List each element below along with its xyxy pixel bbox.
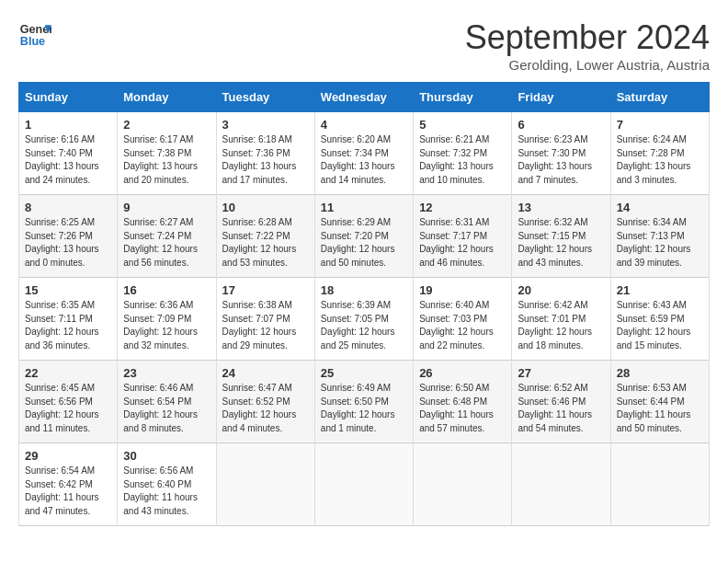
calendar-week-4: 22Sunrise: 6:45 AMSunset: 6:56 PMDayligh… bbox=[19, 361, 710, 443]
day-number: 23 bbox=[123, 366, 210, 380]
day-header-saturday: Saturday bbox=[610, 83, 709, 112]
day-number: 16 bbox=[123, 283, 210, 297]
cell-info: Sunrise: 6:23 AMSunset: 7:30 PMDaylight:… bbox=[518, 133, 604, 187]
day-number: 28 bbox=[617, 366, 703, 380]
day-number: 27 bbox=[518, 366, 604, 380]
cell-info: Sunrise: 6:53 AMSunset: 6:44 PMDaylight:… bbox=[617, 382, 703, 435]
day-number: 29 bbox=[25, 449, 111, 463]
month-title: September 2024 bbox=[465, 18, 710, 57]
day-header-friday: Friday bbox=[512, 83, 610, 112]
calendar-cell bbox=[512, 443, 610, 526]
day-number: 5 bbox=[419, 118, 506, 132]
cell-info: Sunrise: 6:47 AMSunset: 6:52 PMDaylight:… bbox=[222, 382, 309, 435]
day-header-tuesday: Tuesday bbox=[216, 83, 314, 112]
day-number: 2 bbox=[123, 118, 210, 132]
cell-info: Sunrise: 6:18 AMSunset: 7:36 PMDaylight:… bbox=[222, 133, 309, 187]
calendar-cell: 5Sunrise: 6:21 AMSunset: 7:32 PMDaylight… bbox=[414, 112, 512, 195]
calendar-cell: 28Sunrise: 6:53 AMSunset: 6:44 PMDayligh… bbox=[610, 361, 709, 443]
calendar-cell bbox=[610, 443, 709, 526]
cell-info: Sunrise: 6:50 AMSunset: 6:48 PMDaylight:… bbox=[419, 382, 506, 435]
cell-info: Sunrise: 6:40 AMSunset: 7:03 PMDaylight:… bbox=[419, 299, 506, 352]
day-number: 13 bbox=[518, 201, 604, 214]
calendar-header: SundayMondayTuesdayWednesdayThursdayFrid… bbox=[19, 83, 710, 112]
calendar-cell: 18Sunrise: 6:39 AMSunset: 7:05 PMDayligh… bbox=[314, 278, 413, 361]
logo-icon: General Blue bbox=[18, 18, 51, 52]
day-number: 26 bbox=[419, 366, 506, 380]
calendar-cell: 29Sunrise: 6:54 AMSunset: 6:42 PMDayligh… bbox=[19, 443, 118, 526]
calendar-cell bbox=[414, 443, 512, 526]
calendar-cell: 20Sunrise: 6:42 AMSunset: 7:01 PMDayligh… bbox=[512, 278, 610, 361]
calendar-table: SundayMondayTuesdayWednesdayThursdayFrid… bbox=[18, 82, 710, 526]
calendar-cell: 2Sunrise: 6:17 AMSunset: 7:38 PMDaylight… bbox=[118, 112, 216, 195]
location-subtitle: Gerolding, Lower Austria, Austria bbox=[465, 57, 710, 73]
calendar-cell: 16Sunrise: 6:36 AMSunset: 7:09 PMDayligh… bbox=[118, 278, 216, 361]
page-header: General Blue September 2024 Gerolding, L… bbox=[18, 18, 710, 73]
cell-info: Sunrise: 6:36 AMSunset: 7:09 PMDaylight:… bbox=[123, 299, 210, 352]
cell-info: Sunrise: 6:42 AMSunset: 7:01 PMDaylight:… bbox=[518, 299, 604, 352]
calendar-cell bbox=[314, 443, 413, 526]
calendar-week-3: 15Sunrise: 6:35 AMSunset: 7:11 PMDayligh… bbox=[19, 278, 710, 361]
day-number: 20 bbox=[518, 283, 604, 297]
calendar-cell: 19Sunrise: 6:40 AMSunset: 7:03 PMDayligh… bbox=[414, 278, 512, 361]
day-number: 25 bbox=[321, 366, 407, 380]
calendar-cell: 27Sunrise: 6:52 AMSunset: 6:46 PMDayligh… bbox=[512, 361, 610, 443]
calendar-cell: 21Sunrise: 6:43 AMSunset: 6:59 PMDayligh… bbox=[610, 278, 709, 361]
calendar-cell: 10Sunrise: 6:28 AMSunset: 7:22 PMDayligh… bbox=[216, 195, 314, 278]
day-number: 1 bbox=[25, 118, 111, 132]
cell-info: Sunrise: 6:43 AMSunset: 6:59 PMDaylight:… bbox=[617, 299, 703, 352]
calendar-cell: 1Sunrise: 6:16 AMSunset: 7:40 PMDaylight… bbox=[19, 112, 118, 195]
day-number: 21 bbox=[617, 283, 703, 297]
day-header-wednesday: Wednesday bbox=[314, 83, 413, 112]
calendar-cell: 8Sunrise: 6:25 AMSunset: 7:26 PMDaylight… bbox=[19, 195, 118, 278]
cell-info: Sunrise: 6:39 AMSunset: 7:05 PMDaylight:… bbox=[321, 299, 407, 352]
day-number: 22 bbox=[25, 366, 111, 380]
cell-info: Sunrise: 6:38 AMSunset: 7:07 PMDaylight:… bbox=[222, 299, 309, 352]
svg-text:Blue: Blue bbox=[20, 35, 45, 48]
calendar-cell: 24Sunrise: 6:47 AMSunset: 6:52 PMDayligh… bbox=[216, 361, 314, 443]
cell-info: Sunrise: 6:27 AMSunset: 7:24 PMDaylight:… bbox=[123, 216, 210, 270]
day-header-sunday: Sunday bbox=[19, 83, 118, 112]
days-header-row: SundayMondayTuesdayWednesdayThursdayFrid… bbox=[19, 83, 710, 112]
cell-info: Sunrise: 6:29 AMSunset: 7:20 PMDaylight:… bbox=[321, 216, 407, 270]
calendar-cell: 14Sunrise: 6:34 AMSunset: 7:13 PMDayligh… bbox=[610, 195, 709, 278]
cell-info: Sunrise: 6:20 AMSunset: 7:34 PMDaylight:… bbox=[321, 133, 407, 187]
calendar-cell: 17Sunrise: 6:38 AMSunset: 7:07 PMDayligh… bbox=[216, 278, 314, 361]
calendar-week-1: 1Sunrise: 6:16 AMSunset: 7:40 PMDaylight… bbox=[19, 112, 710, 195]
calendar-cell: 12Sunrise: 6:31 AMSunset: 7:17 PMDayligh… bbox=[414, 195, 512, 278]
calendar-body: 1Sunrise: 6:16 AMSunset: 7:40 PMDaylight… bbox=[19, 112, 710, 526]
cell-info: Sunrise: 6:54 AMSunset: 6:42 PMDaylight:… bbox=[25, 465, 111, 518]
day-header-thursday: Thursday bbox=[414, 83, 512, 112]
cell-info: Sunrise: 6:17 AMSunset: 7:38 PMDaylight:… bbox=[123, 133, 210, 187]
cell-info: Sunrise: 6:16 AMSunset: 7:40 PMDaylight:… bbox=[25, 133, 111, 187]
cell-info: Sunrise: 6:56 AMSunset: 6:40 PMDaylight:… bbox=[123, 465, 210, 518]
calendar-cell: 9Sunrise: 6:27 AMSunset: 7:24 PMDaylight… bbox=[118, 195, 216, 278]
day-number: 19 bbox=[419, 283, 506, 297]
cell-info: Sunrise: 6:32 AMSunset: 7:15 PMDaylight:… bbox=[518, 216, 604, 270]
calendar-cell: 26Sunrise: 6:50 AMSunset: 6:48 PMDayligh… bbox=[414, 361, 512, 443]
day-number: 10 bbox=[222, 201, 309, 214]
calendar-cell: 4Sunrise: 6:20 AMSunset: 7:34 PMDaylight… bbox=[314, 112, 413, 195]
calendar-cell: 7Sunrise: 6:24 AMSunset: 7:28 PMDaylight… bbox=[610, 112, 709, 195]
calendar-cell: 22Sunrise: 6:45 AMSunset: 6:56 PMDayligh… bbox=[19, 361, 118, 443]
cell-info: Sunrise: 6:35 AMSunset: 7:11 PMDaylight:… bbox=[25, 299, 111, 352]
cell-info: Sunrise: 6:25 AMSunset: 7:26 PMDaylight:… bbox=[25, 216, 111, 270]
calendar-cell: 13Sunrise: 6:32 AMSunset: 7:15 PMDayligh… bbox=[512, 195, 610, 278]
day-number: 4 bbox=[321, 118, 407, 132]
title-area: September 2024 Gerolding, Lower Austria,… bbox=[465, 18, 710, 73]
calendar-cell bbox=[216, 443, 314, 526]
cell-info: Sunrise: 6:24 AMSunset: 7:28 PMDaylight:… bbox=[617, 133, 703, 187]
day-header-monday: Monday bbox=[118, 83, 216, 112]
day-number: 6 bbox=[518, 118, 604, 132]
day-number: 8 bbox=[25, 201, 111, 214]
calendar-cell: 23Sunrise: 6:46 AMSunset: 6:54 PMDayligh… bbox=[118, 361, 216, 443]
day-number: 7 bbox=[617, 118, 703, 132]
cell-info: Sunrise: 6:46 AMSunset: 6:54 PMDaylight:… bbox=[123, 382, 210, 435]
logo: General Blue bbox=[18, 18, 51, 52]
cell-info: Sunrise: 6:28 AMSunset: 7:22 PMDaylight:… bbox=[222, 216, 309, 270]
day-number: 3 bbox=[222, 118, 309, 132]
cell-info: Sunrise: 6:45 AMSunset: 6:56 PMDaylight:… bbox=[25, 382, 111, 435]
calendar-week-5: 29Sunrise: 6:54 AMSunset: 6:42 PMDayligh… bbox=[19, 443, 710, 526]
day-number: 17 bbox=[222, 283, 309, 297]
calendar-cell: 25Sunrise: 6:49 AMSunset: 6:50 PMDayligh… bbox=[314, 361, 413, 443]
day-number: 30 bbox=[123, 449, 210, 463]
